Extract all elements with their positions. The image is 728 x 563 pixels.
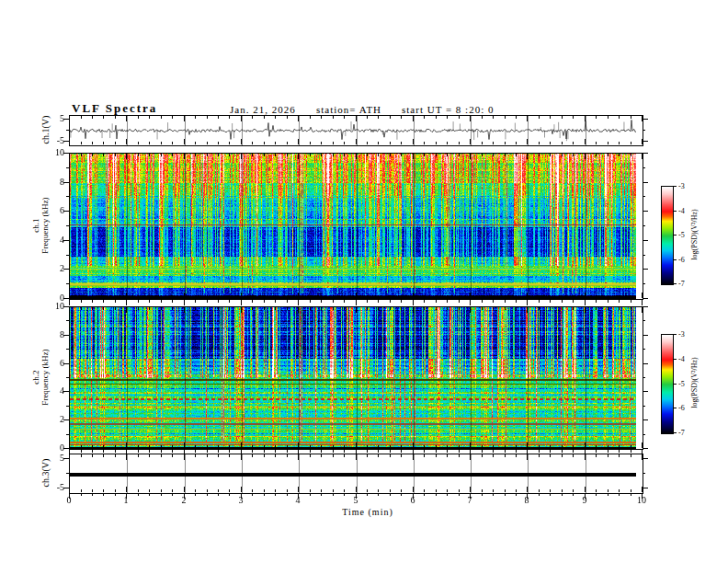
time-tick	[126, 487, 127, 492]
time-tick	[310, 116, 311, 119]
time-tick	[344, 154, 345, 156]
time-tick	[608, 454, 609, 457]
time-tick	[138, 454, 139, 457]
freq-tick	[643, 306, 648, 307]
time-tick	[550, 307, 551, 310]
time-tick	[333, 445, 334, 448]
time-tick	[482, 295, 483, 298]
station-label: station= ATH	[316, 104, 381, 115]
time-tick	[138, 445, 139, 448]
time-tick	[390, 295, 391, 298]
time-tick	[207, 493, 208, 496]
time-tick	[298, 293, 299, 298]
time-tick	[252, 154, 253, 156]
time-tick	[241, 139, 242, 144]
time-tick	[493, 489, 494, 492]
time-tick	[149, 493, 150, 496]
time-tick	[459, 142, 460, 144]
time-tick	[207, 307, 208, 310]
time-tick	[344, 307, 345, 310]
time-tick	[482, 142, 483, 144]
time-tick	[81, 450, 82, 453]
time-tick	[390, 300, 391, 303]
time-tick	[562, 142, 563, 144]
time-tick	[149, 116, 150, 119]
time-tick	[310, 154, 311, 156]
time-tick	[573, 142, 574, 144]
time-tick	[550, 300, 551, 303]
time-tick	[252, 295, 253, 298]
time-tick	[482, 489, 483, 492]
time-tick	[172, 116, 173, 119]
time-tick	[138, 142, 139, 144]
time-tick	[401, 489, 402, 492]
time-tick	[367, 154, 368, 156]
time-tick	[81, 445, 82, 448]
time-tick	[470, 293, 471, 298]
time-tick	[619, 300, 620, 303]
time-tick	[390, 307, 391, 310]
time-tick	[516, 116, 517, 119]
time-tick	[321, 489, 322, 492]
time-tick	[310, 450, 311, 453]
time-tick	[161, 450, 162, 453]
time-tick	[390, 454, 391, 457]
time-tick	[482, 307, 483, 310]
time-tick	[505, 300, 506, 303]
colorbar-ch2-tick-label: -5	[678, 380, 693, 388]
time-tick	[149, 142, 150, 144]
freq-tick	[643, 119, 648, 120]
time-tick	[447, 493, 448, 496]
time-tick	[424, 116, 425, 119]
time-tick	[390, 154, 391, 156]
time-tick	[310, 307, 311, 310]
time-tick	[275, 116, 276, 119]
time-tick	[642, 454, 643, 460]
time-tick	[229, 295, 230, 298]
time-tick	[172, 307, 173, 310]
time-tick	[218, 493, 219, 496]
time-tick	[115, 142, 116, 144]
ch2-frequency-axis-title-line1: ch.2	[31, 316, 40, 438]
time-tick	[527, 293, 528, 298]
time-tick	[413, 154, 414, 159]
time-tick	[115, 300, 116, 303]
time-tick	[573, 116, 574, 119]
time-tick	[92, 307, 93, 310]
colorbar-tick	[673, 283, 677, 284]
time-tick	[275, 307, 276, 310]
time-tick	[344, 450, 345, 453]
time-tick	[424, 489, 425, 492]
time-tick	[378, 154, 379, 156]
time-tick	[401, 445, 402, 448]
time-tick	[344, 142, 345, 144]
time-tick	[184, 300, 185, 305]
time-tick	[539, 142, 540, 144]
time-tick	[608, 154, 609, 156]
time-tick	[562, 116, 563, 119]
time-tick	[229, 445, 230, 448]
time-tick	[241, 307, 242, 313]
time-tick	[218, 116, 219, 119]
time-tick	[126, 139, 127, 144]
time-tick	[585, 454, 586, 460]
freq-tick	[643, 141, 648, 142]
colorbar-tick	[673, 432, 677, 433]
time-tick	[378, 493, 379, 496]
ch1-spectrogram-panel	[69, 153, 643, 300]
time-tick	[573, 450, 574, 453]
time-tick	[390, 142, 391, 144]
time-tick	[527, 139, 528, 144]
wave1-ytick-label: 5	[46, 113, 64, 123]
time-tick	[631, 307, 631, 310]
time-tick	[527, 300, 528, 305]
time-tick	[298, 454, 299, 460]
time-tick	[149, 154, 150, 156]
time-tick	[184, 442, 185, 448]
time-tick	[424, 445, 425, 448]
time-tick	[470, 116, 471, 121]
time-tick	[184, 454, 185, 460]
time-tick	[470, 307, 471, 313]
time-tick	[298, 307, 299, 313]
time-tick	[516, 307, 517, 310]
